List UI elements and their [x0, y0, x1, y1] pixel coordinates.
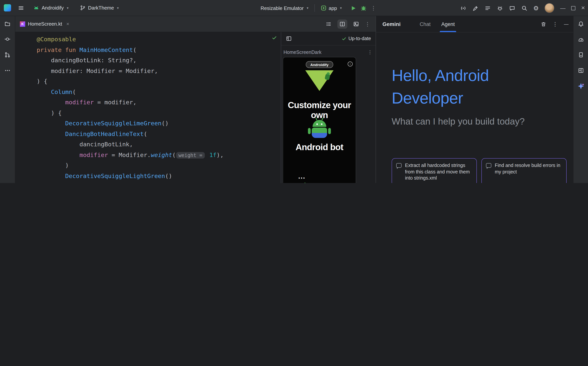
device-name: Resizable Emulator [260, 5, 304, 11]
hide-panel-icon[interactable]: — [564, 21, 569, 27]
left-tool-window-strip [0, 16, 15, 183]
editor-tab-label: HomeScreen.kt [28, 21, 62, 27]
main-toolbar: Androidify ▾ DarkTheme ▾ Resizable Emula… [0, 0, 588, 16]
window-minimize-button[interactable]: — [560, 5, 565, 11]
android-studio-window: Androidify ▾ DarkTheme ▾ Resizable Emula… [0, 0, 588, 183]
code-line: DancingBotHeadlineText( [37, 129, 275, 139]
window-close-button[interactable]: × [581, 4, 585, 12]
device-explorer-tool-icon[interactable] [575, 49, 586, 60]
editor-options-kebab-icon[interactable]: ⋮ [365, 21, 370, 27]
rename-refactor-icon[interactable] [472, 5, 479, 11]
compose-preview-panel: Up-to-date HomeScreenDark ⋮ Androidify i… [281, 32, 375, 183]
gemini-tool-icon[interactable] [575, 81, 586, 91]
tab-chat[interactable]: Chat [414, 16, 436, 32]
gemini-suggestions: Extract all hardcoded strings from this … [392, 158, 567, 183]
info-icon: i [348, 61, 353, 67]
editor-tab-bar: K HomeScreen.kt × ⋮ [15, 16, 375, 32]
gemini-panel: Gemini Chat Agent ⋮ — Hello, Android Dev… [375, 16, 573, 183]
logcat-icon[interactable] [484, 5, 491, 11]
suggestion-text: Extract all hardcoded strings from this … [405, 162, 472, 181]
git-branch-icon [80, 5, 86, 11]
device-selector[interactable]: Resizable Emulator ▾ [258, 4, 311, 12]
project-name: Androidify [42, 5, 64, 11]
tab-agent[interactable]: Agent [436, 16, 460, 32]
gemini-options-kebab-icon[interactable]: ⋮ [552, 21, 558, 27]
gemini-suggestion-card[interactable]: Extract all hardcoded strings from this … [392, 158, 477, 183]
right-tool-window-strip [573, 16, 588, 183]
code-line: ) { [37, 76, 275, 87]
chat-bubble-icon [396, 163, 402, 168]
preview-options-kebab-icon[interactable]: ⋮ [367, 49, 373, 55]
vcs-branch-selector[interactable]: DarkTheme ▾ [78, 3, 121, 12]
profiler-tool-icon[interactable] [575, 34, 586, 44]
code-line: @Composable [37, 34, 275, 45]
search-everywhere-icon[interactable] [521, 5, 527, 11]
project-selector[interactable]: Androidify ▾ [31, 3, 71, 12]
code-line: DecorativeSquiggleLightGreen() [37, 171, 275, 182]
kotlin-file-icon: K [20, 21, 25, 27]
more-run-actions-kebab-icon[interactable]: ⋮ [371, 5, 376, 11]
chevron-down-icon: ▾ [117, 6, 119, 10]
greeting-line-1: Hello, Android [392, 64, 489, 87]
preview-name: HomeScreenDark [283, 49, 321, 55]
commit-tool-icon[interactable] [2, 34, 13, 44]
code-line: private fun MainHomeContent( [37, 45, 275, 55]
pull-requests-tool-icon[interactable] [2, 49, 13, 60]
android-studio-logo-icon [4, 4, 11, 11]
layout-inspector-tool-icon[interactable] [575, 65, 586, 76]
notifications-bell-icon[interactable] [575, 18, 586, 29]
preview-card-title-dark: HomeScreenDark ⋮ [281, 46, 375, 57]
preview-status-label: Up-to-date [348, 36, 371, 41]
code-line: } [37, 182, 275, 183]
code-line: ) { [37, 108, 275, 118]
toolbar-separator [315, 4, 315, 12]
app-insights-icon[interactable] [496, 5, 503, 11]
design-view-button[interactable] [351, 19, 361, 29]
gemini-title: Gemini [382, 21, 401, 27]
split-view-button[interactable] [337, 19, 347, 29]
feedback-icon[interactable] [509, 5, 515, 11]
delete-conversation-icon[interactable] [541, 21, 546, 27]
settings-gear-icon[interactable]: ⚙ [533, 4, 539, 12]
preview-headline: Customize your own [283, 100, 356, 120]
greeting-line-2: Developer [392, 87, 489, 109]
tab-close-icon[interactable]: × [66, 21, 69, 27]
chevron-down-icon: ▾ [340, 6, 342, 10]
code-line: modifier = Modifier.weight(weight = 1f), [37, 150, 275, 160]
app-name-pill: Androidify [306, 61, 333, 68]
green-wave-decoration [283, 181, 356, 183]
debug-button[interactable] [360, 5, 367, 11]
preview-toolbar: Up-to-date [281, 32, 375, 46]
gemini-subtitle: What can I help you build today? [392, 116, 525, 127]
gemini-header: Gemini Chat Agent ⋮ — [376, 16, 573, 32]
suggestion-text: Find and resolve build errors in my proj… [495, 162, 562, 175]
phone-preview-dark[interactable]: Androidify i Customize your own Android … [283, 57, 356, 183]
run-button[interactable] [350, 5, 357, 11]
code-line: modifier: Modifier = Modifier, [37, 66, 275, 76]
code-line: dancingBotLink, [37, 139, 275, 150]
code-editor[interactable]: @Composableprivate fun MainHomeContent( … [15, 32, 281, 183]
more-tool-windows-icon[interactable] [2, 65, 13, 76]
device-mirror-icon[interactable] [460, 5, 466, 11]
branch-name: DarkTheme [88, 5, 114, 11]
android-head-icon [33, 5, 39, 11]
inspection-ok-icon[interactable] [272, 35, 277, 40]
code-view-button[interactable] [324, 19, 334, 29]
editor-tab-homescreen[interactable]: K HomeScreen.kt × [15, 16, 74, 32]
project-tool-icon[interactable] [2, 18, 13, 29]
code-line: DecorativeSquiggleLimeGreen() [37, 118, 275, 129]
preview-subhead: Android bot [283, 142, 356, 152]
user-avatar[interactable] [544, 3, 554, 13]
preview-gallery-icon[interactable] [286, 36, 292, 42]
code-lines: @Composableprivate fun MainHomeContent( … [37, 34, 275, 183]
window-maximize-button[interactable] [571, 6, 575, 10]
android-bot-illustration [307, 120, 332, 139]
run-configuration-selector[interactable]: app ▾ [319, 4, 344, 12]
chevron-down-icon: ▾ [67, 6, 69, 10]
chat-bubble-icon [486, 163, 491, 168]
dots-decoration: ●●● [298, 176, 305, 179]
gemini-greeting: Hello, Android Developer [392, 64, 489, 109]
app-module-icon [321, 5, 327, 11]
hamburger-menu-icon[interactable] [18, 5, 24, 11]
gemini-suggestion-card[interactable]: Find and resolve build errors in my proj… [481, 158, 567, 183]
